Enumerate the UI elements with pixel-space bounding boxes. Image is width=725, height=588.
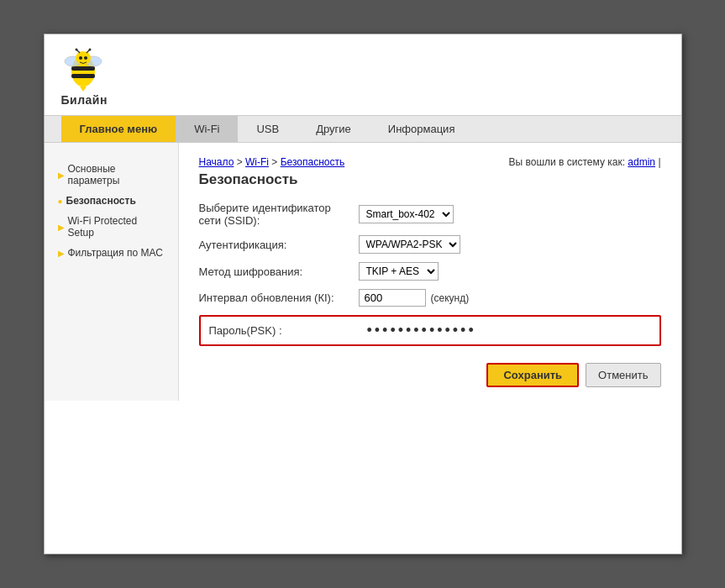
form-table: Выберите идентификатор сети (SSID): Smar… — [199, 202, 661, 346]
logo-container: Билайн — [61, 48, 108, 107]
ssid-select[interactable]: Smart_box-402 — [359, 205, 454, 223]
login-info: Вы вошли в систему как: admin | — [509, 156, 661, 168]
save-button[interactable]: Сохранить — [486, 363, 579, 387]
svg-point-10 — [79, 56, 82, 60]
password-control — [367, 322, 535, 339]
beeline-logo-icon — [61, 48, 105, 92]
password-row-highlighted: Пароль(PSK) : — [199, 315, 661, 346]
tab-other[interactable]: Другие — [297, 116, 370, 142]
sidebar: ▶ Основные параметры ● Безопасность ▶ Wi… — [45, 143, 179, 401]
tab-info[interactable]: Информация — [370, 116, 474, 142]
router-config-window: Билайн Главное меню Wi-Fi USB Другие Инф… — [44, 34, 682, 554]
encrypt-control: TKIP + AES TKIP AES — [359, 262, 439, 281]
svg-rect-2 — [71, 74, 95, 78]
tab-usb[interactable]: USB — [238, 116, 297, 142]
breadcrumb: Начало > Wi-Fi > Безопасность Вы вошли в… — [199, 156, 661, 168]
interval-control: (секунд) — [359, 289, 470, 307]
main-content: Начало > Wi-Fi > Безопасность Вы вошли в… — [179, 143, 681, 401]
cancel-button[interactable]: Отменить — [586, 363, 660, 387]
password-input[interactable] — [367, 322, 535, 339]
tab-main-menu[interactable]: Главное меню — [61, 116, 176, 142]
tab-wifi[interactable]: Wi-Fi — [176, 116, 238, 142]
interval-unit: (секунд) — [431, 292, 470, 304]
interval-input[interactable] — [359, 289, 426, 307]
svg-rect-1 — [71, 66, 95, 71]
page-title: Безопасность — [199, 171, 661, 188]
svg-point-7 — [75, 49, 77, 51]
breadcrumb-security[interactable]: Безопасность — [281, 156, 345, 168]
auth-control: WPA/WPA2-PSK WPA-PSK WPA2-PSK — [359, 235, 460, 254]
arrow-icon-2: ▶ — [58, 223, 65, 232]
button-row: Сохранить Отменить — [199, 363, 661, 387]
encrypt-select[interactable]: TKIP + AES TKIP AES — [359, 262, 439, 281]
breadcrumb-path: Начало > Wi-Fi > Безопасность — [199, 156, 345, 168]
sidebar-item-security[interactable]: ● Безопасность — [53, 192, 170, 210]
ssid-row: Выберите идентификатор сети (SSID): Smar… — [199, 202, 661, 227]
ssid-control: Smart_box-402 — [359, 205, 454, 223]
encrypt-row: Метод шифрования: TKIP + AES TKIP AES — [199, 262, 661, 281]
content-area: ▶ Основные параметры ● Безопасность ▶ Wi… — [45, 143, 681, 401]
nav-bar: Главное меню Wi-Fi USB Другие Информация — [45, 115, 681, 143]
encrypt-label: Метод шифрования: — [199, 265, 359, 278]
ssid-label: Выберите идентификатор сети (SSID): — [199, 202, 359, 227]
login-user-link[interactable]: admin — [628, 156, 655, 168]
logo-text: Билайн — [61, 93, 108, 107]
sidebar-item-basic-settings[interactable]: ▶ Основные параметры — [53, 160, 170, 190]
arrow-active-icon: ● — [58, 197, 63, 206]
auth-select[interactable]: WPA/WPA2-PSK WPA-PSK WPA2-PSK — [359, 235, 460, 254]
svg-point-9 — [88, 49, 91, 51]
svg-point-11 — [84, 56, 87, 60]
auth-label: Аутентификация: — [199, 239, 359, 251]
breadcrumb-wifi[interactable]: Wi-Fi — [245, 156, 269, 168]
interval-row: Интервал обновления (КI): (секунд) — [199, 289, 661, 307]
auth-row: Аутентификация: WPA/WPA2-PSK WPA-PSK WPA… — [199, 235, 661, 254]
breadcrumb-home[interactable]: Начало — [199, 156, 234, 168]
sidebar-item-wps[interactable]: ▶ Wi-Fi Protected Setup — [53, 212, 170, 242]
password-label: Пароль(PSK) : — [209, 324, 367, 337]
sidebar-item-mac-filter[interactable]: ▶ Фильтрация по МАС — [53, 244, 170, 262]
arrow-icon-3: ▶ — [58, 249, 65, 258]
header: Билайн — [45, 34, 681, 115]
svg-marker-12 — [80, 87, 87, 92]
svg-point-5 — [76, 51, 91, 65]
arrow-icon: ▶ — [58, 171, 65, 180]
interval-label: Интервал обновления (КI): — [199, 291, 359, 304]
